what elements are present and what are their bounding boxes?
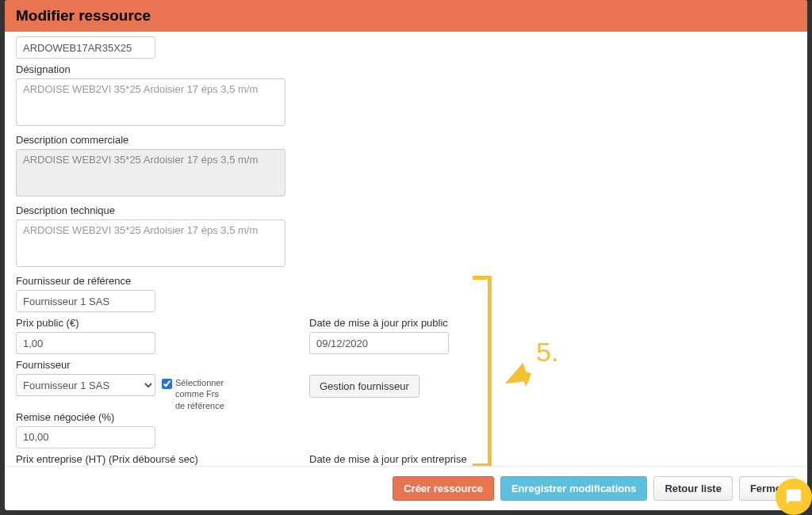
fournisseur-label: Fournisseur [16, 359, 285, 371]
modal-header: Modifier ressource [5, 0, 807, 32]
date-maj-entreprise-label: Date de mise à jour prix entreprise [309, 453, 467, 465]
chat-bubble-icon[interactable] [776, 479, 812, 515]
annotation-number: 5. [536, 337, 558, 368]
fournisseur-ref-label: Fournisseur de référence [16, 275, 796, 287]
prix-public-label: Prix public (€) [16, 317, 285, 329]
desc-tech-input[interactable] [16, 219, 285, 267]
fournisseur-select[interactable]: Fournisseur 1 SAS [16, 374, 155, 396]
edit-resource-modal: Modifier ressource Désignation Descripti… [5, 0, 807, 510]
fournisseur-ref-input[interactable] [16, 290, 155, 312]
gestion-fournisseur-button[interactable]: Gestion fournisseur [309, 375, 419, 398]
desc-tech-label: Description technique [16, 204, 796, 216]
designation-label: Désignation [16, 63, 796, 75]
create-resource-button[interactable]: Créer ressource [393, 476, 494, 501]
checkbox-text-1: Sélectionner [175, 378, 224, 387]
prix-public-input[interactable] [16, 332, 155, 354]
checkbox-text-2: comme Frs [175, 389, 219, 399]
modal-body: Désignation Description commerciale Desc… [5, 32, 807, 466]
date-maj-public-input[interactable] [309, 332, 449, 354]
save-modifications-button[interactable]: Enregistrer modifications [500, 476, 647, 501]
date-maj-public-label: Date de mise à jour prix public [309, 317, 449, 329]
modal-title: Modifier ressource [16, 7, 796, 25]
desc-com-input [16, 149, 285, 196]
modal-footer: Créer ressource Enregistrer modification… [5, 466, 807, 510]
code-input[interactable] [16, 36, 155, 59]
ref-checkbox-wrap: Sélectionner comme Frs de référence [162, 377, 224, 411]
designation-input[interactable] [16, 78, 285, 126]
remise-label: Remise négociée (%) [16, 411, 796, 423]
remise-input[interactable] [16, 426, 155, 448]
ref-checkbox[interactable] [162, 379, 172, 389]
return-list-button[interactable]: Retour liste [653, 476, 733, 501]
desc-com-label: Description commerciale [16, 134, 796, 146]
checkbox-text-3: de référence [175, 401, 224, 410]
prix-entreprise-label: Prix entreprise (HT) (Prix déboursé sec) [16, 453, 285, 465]
annotation-bracket [473, 276, 492, 466]
